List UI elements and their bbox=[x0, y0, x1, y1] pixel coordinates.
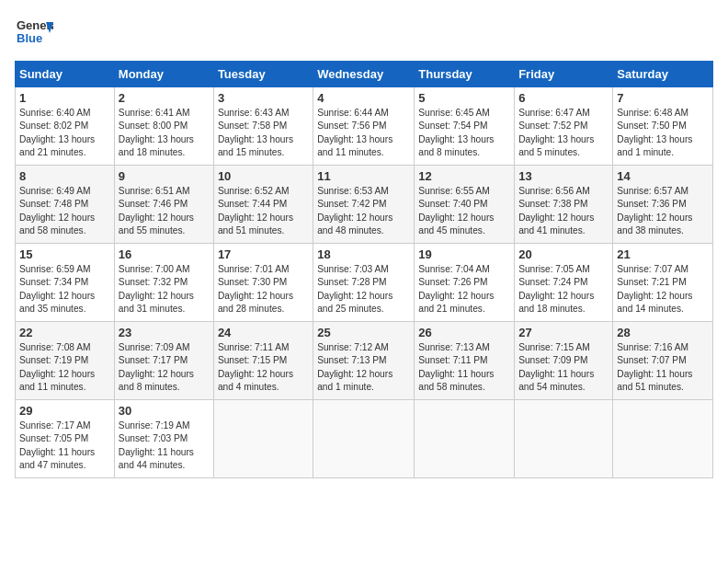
day-info: Sunrise: 7:05 AMSunset: 7:24 PMDaylight:… bbox=[518, 263, 609, 316]
table-row: 26 Sunrise: 7:13 AMSunset: 7:11 PMDaylig… bbox=[415, 322, 515, 400]
logo: General Blue bbox=[15, 15, 53, 50]
table-row: 12 Sunrise: 6:55 AMSunset: 7:40 PMDaylig… bbox=[415, 166, 515, 244]
day-number: 22 bbox=[19, 326, 110, 339]
page-header: General Blue bbox=[15, 15, 713, 50]
table-row bbox=[213, 400, 313, 478]
table-row: 17 Sunrise: 7:01 AMSunset: 7:30 PMDaylig… bbox=[213, 244, 313, 322]
day-number: 21 bbox=[617, 247, 709, 261]
day-number: 2 bbox=[119, 91, 210, 105]
day-info: Sunrise: 7:17 AMSunset: 7:05 PMDaylight:… bbox=[19, 419, 110, 472]
day-info: Sunrise: 6:52 AMSunset: 7:44 PMDaylight:… bbox=[218, 185, 309, 237]
day-info: Sunrise: 6:48 AMSunset: 7:50 PMDaylight:… bbox=[617, 107, 709, 159]
weekday-header-tuesday: Tuesday bbox=[213, 62, 313, 87]
day-number: 4 bbox=[317, 91, 410, 105]
table-row: 5 Sunrise: 6:45 AMSunset: 7:54 PMDayligh… bbox=[415, 87, 515, 166]
day-number: 18 bbox=[317, 247, 410, 261]
table-row: 8 Sunrise: 6:49 AMSunset: 7:48 PMDayligh… bbox=[16, 166, 115, 244]
day-number: 20 bbox=[518, 247, 609, 261]
day-info: Sunrise: 6:51 AMSunset: 7:46 PMDaylight:… bbox=[119, 185, 210, 237]
day-info: Sunrise: 6:47 AMSunset: 7:52 PMDaylight:… bbox=[518, 107, 609, 159]
day-number: 23 bbox=[119, 326, 210, 339]
day-number: 16 bbox=[119, 247, 210, 261]
day-info: Sunrise: 7:03 AMSunset: 7:28 PMDaylight:… bbox=[317, 263, 410, 316]
day-info: Sunrise: 6:43 AMSunset: 7:58 PMDaylight:… bbox=[218, 107, 309, 159]
table-row: 3 Sunrise: 6:43 AMSunset: 7:58 PMDayligh… bbox=[213, 87, 313, 166]
day-number: 5 bbox=[418, 91, 510, 105]
day-info: Sunrise: 6:45 AMSunset: 7:54 PMDaylight:… bbox=[418, 107, 510, 159]
day-info: Sunrise: 7:11 AMSunset: 7:15 PMDaylight:… bbox=[218, 341, 309, 394]
table-row bbox=[613, 400, 713, 478]
day-number: 25 bbox=[317, 326, 410, 339]
day-number: 15 bbox=[19, 247, 110, 261]
weekday-header-thursday: Thursday bbox=[415, 62, 515, 87]
day-info: Sunrise: 7:15 AMSunset: 7:09 PMDaylight:… bbox=[518, 341, 609, 394]
day-info: Sunrise: 6:55 AMSunset: 7:40 PMDaylight:… bbox=[418, 185, 510, 237]
table-row: 29 Sunrise: 7:17 AMSunset: 7:05 PMDaylig… bbox=[16, 400, 115, 478]
table-row: 16 Sunrise: 7:00 AMSunset: 7:32 PMDaylig… bbox=[114, 244, 213, 322]
weekday-header-saturday: Saturday bbox=[613, 62, 713, 87]
day-number: 14 bbox=[617, 169, 709, 183]
weekday-header-sunday: Sunday bbox=[16, 62, 115, 87]
day-info: Sunrise: 7:19 AMSunset: 7:03 PMDaylight:… bbox=[119, 419, 210, 472]
table-row: 30 Sunrise: 7:19 AMSunset: 7:03 PMDaylig… bbox=[114, 400, 213, 478]
svg-text:Blue: Blue bbox=[17, 31, 42, 45]
table-row: 22 Sunrise: 7:08 AMSunset: 7:19 PMDaylig… bbox=[16, 322, 115, 400]
day-number: 26 bbox=[418, 326, 510, 339]
weekday-header-wednesday: Wednesday bbox=[313, 62, 415, 87]
day-info: Sunrise: 7:01 AMSunset: 7:30 PMDaylight:… bbox=[218, 263, 309, 316]
day-info: Sunrise: 7:13 AMSunset: 7:11 PMDaylight:… bbox=[418, 341, 510, 394]
table-row: 11 Sunrise: 6:53 AMSunset: 7:42 PMDaylig… bbox=[313, 166, 415, 244]
table-row: 21 Sunrise: 7:07 AMSunset: 7:21 PMDaylig… bbox=[613, 244, 713, 322]
day-info: Sunrise: 7:00 AMSunset: 7:32 PMDaylight:… bbox=[119, 263, 210, 316]
day-info: Sunrise: 6:40 AMSunset: 8:02 PMDaylight:… bbox=[19, 107, 110, 159]
day-number: 8 bbox=[19, 169, 110, 183]
day-info: Sunrise: 6:41 AMSunset: 8:00 PMDaylight:… bbox=[119, 107, 210, 159]
day-info: Sunrise: 6:56 AMSunset: 7:38 PMDaylight:… bbox=[518, 185, 609, 237]
day-number: 3 bbox=[218, 91, 309, 105]
table-row: 10 Sunrise: 6:52 AMSunset: 7:44 PMDaylig… bbox=[213, 166, 313, 244]
table-row: 25 Sunrise: 7:12 AMSunset: 7:13 PMDaylig… bbox=[313, 322, 415, 400]
day-info: Sunrise: 6:49 AMSunset: 7:48 PMDaylight:… bbox=[19, 185, 110, 237]
day-number: 24 bbox=[218, 326, 309, 339]
weekday-header-monday: Monday bbox=[114, 62, 213, 87]
day-number: 9 bbox=[119, 169, 210, 183]
table-row: 13 Sunrise: 6:56 AMSunset: 7:38 PMDaylig… bbox=[515, 166, 613, 244]
table-row: 20 Sunrise: 7:05 AMSunset: 7:24 PMDaylig… bbox=[515, 244, 613, 322]
day-number: 27 bbox=[518, 326, 609, 339]
day-info: Sunrise: 6:59 AMSunset: 7:34 PMDaylight:… bbox=[19, 263, 110, 316]
table-row: 7 Sunrise: 6:48 AMSunset: 7:50 PMDayligh… bbox=[613, 87, 713, 166]
day-number: 1 bbox=[19, 91, 110, 105]
day-info: Sunrise: 7:04 AMSunset: 7:26 PMDaylight:… bbox=[418, 263, 510, 316]
day-info: Sunrise: 7:12 AMSunset: 7:13 PMDaylight:… bbox=[317, 341, 410, 394]
table-row: 9 Sunrise: 6:51 AMSunset: 7:46 PMDayligh… bbox=[114, 166, 213, 244]
table-row: 18 Sunrise: 7:03 AMSunset: 7:28 PMDaylig… bbox=[313, 244, 415, 322]
table-row: 2 Sunrise: 6:41 AMSunset: 8:00 PMDayligh… bbox=[114, 87, 213, 166]
table-row: 28 Sunrise: 7:16 AMSunset: 7:07 PMDaylig… bbox=[613, 322, 713, 400]
table-row: 1 Sunrise: 6:40 AMSunset: 8:02 PMDayligh… bbox=[16, 87, 115, 166]
calendar-table: SundayMondayTuesdayWednesdayThursdayFrid… bbox=[15, 61, 713, 478]
day-number: 13 bbox=[518, 169, 609, 183]
day-info: Sunrise: 6:57 AMSunset: 7:36 PMDaylight:… bbox=[617, 185, 709, 237]
table-row bbox=[415, 400, 515, 478]
table-row: 24 Sunrise: 7:11 AMSunset: 7:15 PMDaylig… bbox=[213, 322, 313, 400]
day-number: 6 bbox=[518, 91, 609, 105]
day-number: 30 bbox=[119, 404, 210, 418]
table-row: 19 Sunrise: 7:04 AMSunset: 7:26 PMDaylig… bbox=[415, 244, 515, 322]
day-number: 7 bbox=[617, 91, 709, 105]
table-row: 15 Sunrise: 6:59 AMSunset: 7:34 PMDaylig… bbox=[16, 244, 115, 322]
table-row: 4 Sunrise: 6:44 AMSunset: 7:56 PMDayligh… bbox=[313, 87, 415, 166]
weekday-header-friday: Friday bbox=[515, 62, 613, 87]
table-row bbox=[515, 400, 613, 478]
table-row: 6 Sunrise: 6:47 AMSunset: 7:52 PMDayligh… bbox=[515, 87, 613, 166]
day-info: Sunrise: 7:16 AMSunset: 7:07 PMDaylight:… bbox=[617, 341, 709, 394]
day-number: 17 bbox=[218, 247, 309, 261]
table-row bbox=[313, 400, 415, 478]
day-number: 10 bbox=[218, 169, 309, 183]
logo-icon: General Blue bbox=[15, 15, 53, 50]
table-row: 23 Sunrise: 7:09 AMSunset: 7:17 PMDaylig… bbox=[114, 322, 213, 400]
day-number: 11 bbox=[317, 169, 410, 183]
day-number: 12 bbox=[418, 169, 510, 183]
day-info: Sunrise: 6:44 AMSunset: 7:56 PMDaylight:… bbox=[317, 107, 410, 159]
table-row: 27 Sunrise: 7:15 AMSunset: 7:09 PMDaylig… bbox=[515, 322, 613, 400]
day-info: Sunrise: 6:53 AMSunset: 7:42 PMDaylight:… bbox=[317, 185, 410, 237]
